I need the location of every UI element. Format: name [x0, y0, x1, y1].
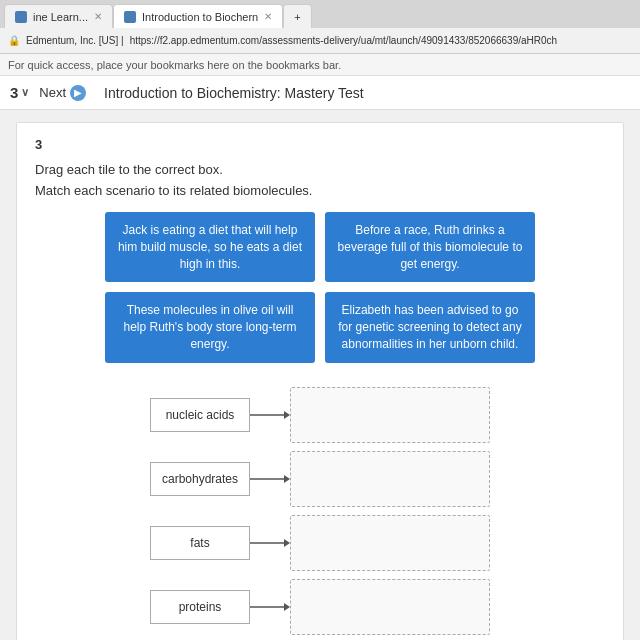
arrow-fats — [250, 535, 290, 551]
tab-label-biochem: Introduction to Biochern — [142, 11, 258, 23]
drop-zones: nucleic acids carbohydrates fats — [150, 387, 490, 635]
address-prefix: Edmentum, Inc. [US] | — [26, 35, 124, 46]
tiles-row-bottom: These molecules in olive oil will help R… — [35, 292, 605, 362]
tiles-row-top: Jack is eating a diet that will help him… — [35, 212, 605, 282]
tab-close-learn[interactable]: ✕ — [94, 11, 102, 22]
tile-0[interactable]: Jack is eating a diet that will help him… — [105, 212, 315, 282]
drop-row-fats: fats — [150, 515, 490, 571]
label-proteins[interactable]: proteins — [150, 590, 250, 624]
drop-row-nucleic: nucleic acids — [150, 387, 490, 443]
tab-biochem[interactable]: Introduction to Biochern ✕ — [113, 4, 283, 28]
drop-row-carbohydrates: carbohydrates — [150, 451, 490, 507]
instruction-text: Drag each tile to the correct box. — [35, 162, 605, 177]
arrow-nucleic — [250, 407, 290, 423]
tab-label-learn: ine Learn... — [33, 11, 88, 23]
tab-icon-biochem — [124, 11, 136, 23]
tab-icon-learn — [15, 11, 27, 23]
tile-3[interactable]: Elizabeth has been advised to go for gen… — [325, 292, 535, 362]
label-carbohydrates[interactable]: carbohydrates — [150, 462, 250, 496]
drop-row-proteins: proteins — [150, 579, 490, 635]
arrow-proteins — [250, 599, 290, 615]
browser-tabs: ine Learn... ✕ Introduction to Biochern … — [0, 0, 640, 28]
next-circle-icon: ▶ — [70, 85, 86, 101]
question-number-display: 3 ∨ — [10, 84, 29, 101]
tile-1[interactable]: Before a race, Ruth drinks a beverage fu… — [325, 212, 535, 282]
main-content: 3 Drag each tile to the correct box. Mat… — [0, 110, 640, 640]
page-title: Introduction to Biochemistry: Mastery Te… — [104, 85, 364, 101]
tab-close-biochem[interactable]: ✕ — [264, 11, 272, 22]
address-bar: 🔒 Edmentum, Inc. [US] | https://f2.app.e… — [0, 28, 640, 54]
match-text: Match each scenario to its related biomo… — [35, 183, 605, 198]
question-badge: 3 — [35, 137, 605, 152]
tab-label-new: + — [294, 11, 300, 23]
next-button[interactable]: Next ▶ — [39, 85, 86, 101]
drop-target-nucleic[interactable] — [290, 387, 490, 443]
question-card: 3 Drag each tile to the correct box. Mat… — [16, 122, 624, 640]
next-label: Next — [39, 85, 66, 100]
lock-icon: 🔒 — [8, 35, 20, 46]
drop-target-proteins[interactable] — [290, 579, 490, 635]
arrow-carbohydrates — [250, 471, 290, 487]
address-url: https://f2.app.edmentum.com/assessments-… — [130, 35, 557, 46]
toolbar: 3 ∨ Next ▶ Introduction to Biochemistry:… — [0, 76, 640, 110]
tile-2[interactable]: These molecules in olive oil will help R… — [105, 292, 315, 362]
tab-new[interactable]: + — [283, 4, 311, 28]
drop-target-carbohydrates[interactable] — [290, 451, 490, 507]
chevron-icon: ∨ — [21, 86, 29, 99]
label-fats[interactable]: fats — [150, 526, 250, 560]
question-num-value: 3 — [10, 84, 18, 101]
bookmarks-bar: For quick access, place your bookmarks h… — [0, 54, 640, 76]
label-nucleic-acids[interactable]: nucleic acids — [150, 398, 250, 432]
tab-learn[interactable]: ine Learn... ✕ — [4, 4, 113, 28]
drop-target-fats[interactable] — [290, 515, 490, 571]
bookmarks-text: For quick access, place your bookmarks h… — [8, 59, 341, 71]
